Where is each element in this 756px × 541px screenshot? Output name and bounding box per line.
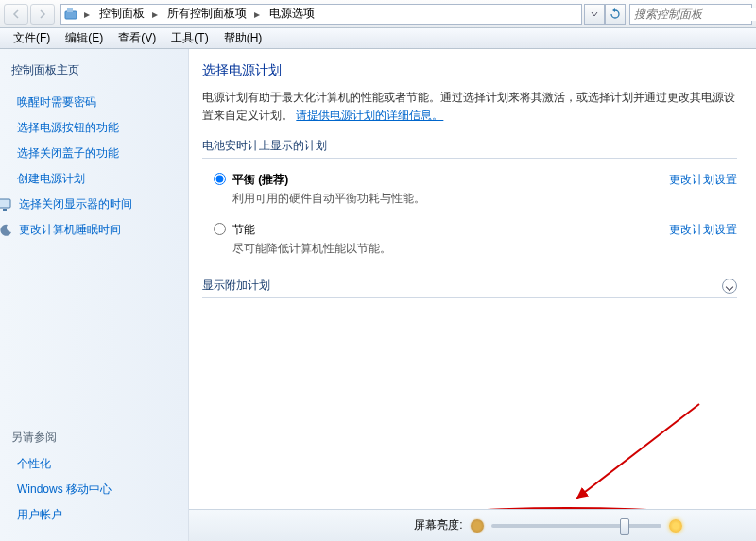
plan-description: 尽可能降低计算机性能以节能。 [232, 241, 669, 257]
breadcrumb-item[interactable]: 电源选项 [264, 5, 318, 24]
see-also-personalization[interactable]: 个性化 [11, 451, 177, 477]
see-also-heading: 另请参阅 [11, 430, 177, 446]
page-description: 电源计划有助于最大化计算机的性能或者节能。通过选择计划来将其激活，或选择计划并通… [202, 89, 737, 125]
sidebar-link-power-button[interactable]: 选择电源按钮的功能 [11, 115, 177, 141]
sidebar-link-sleep-time[interactable]: 更改计算机睡眠时间 [0, 217, 177, 243]
svg-rect-1 [67, 8, 73, 12]
slider-thumb[interactable] [620, 518, 629, 535]
power-plan-saver: 节能 尽可能降低计算机性能以节能。 更改计划设置 [202, 218, 737, 268]
sidebar-link-label: Windows 移动中心 [17, 482, 112, 498]
sidebar-link-label: 更改计算机睡眠时间 [19, 222, 121, 238]
sidebar-title[interactable]: 控制面板主页 [11, 62, 177, 78]
plan-name: 节能 [232, 222, 669, 238]
svg-rect-0 [65, 11, 77, 19]
breadcrumb-item[interactable]: 控制面板 [94, 5, 148, 24]
sidebar-link-label: 唤醒时需要密码 [17, 94, 96, 110]
sidebar-link-label: 用户帐户 [17, 507, 62, 523]
refresh-group [584, 4, 626, 25]
sidebar-link-create-plan[interactable]: 创建电源计划 [11, 166, 177, 192]
sidebar-link-label: 创建电源计划 [17, 171, 85, 187]
search-input[interactable] [634, 8, 756, 21]
sidebar-link-turn-off-display[interactable]: 选择关闭显示器的时间 [0, 192, 177, 217]
plan-group-heading: 电池安时计上显示的计划 [202, 138, 737, 159]
power-plan-balanced: 平衡 (推荐) 利用可用的硬件自动平衡功耗与性能。 更改计划设置 [202, 168, 737, 218]
plan-radio[interactable] [214, 223, 226, 235]
change-plan-settings-link[interactable]: 更改计划设置 [669, 222, 737, 238]
page-title: 选择电源计划 [202, 62, 737, 79]
location-icon [61, 5, 80, 24]
menu-bar: 文件(F) 编辑(E) 查看(V) 工具(T) 帮助(H) [0, 28, 756, 49]
chevron-right-icon[interactable]: ▸ [250, 8, 264, 21]
search-box[interactable] [629, 4, 752, 25]
plan-name: 平衡 (推荐) [232, 173, 288, 186]
sidebar: 控制面板主页 唤醒时需要密码 选择电源按钮的功能 选择关闭盖子的功能 创建电源计… [0, 49, 189, 541]
sun-dim-icon [471, 519, 484, 533]
additional-plans-heading[interactable]: 显示附加计划 [202, 278, 737, 298]
plan-description: 利用可用的硬件自动平衡功耗与性能。 [232, 191, 669, 207]
nav-buttons [4, 4, 55, 25]
refresh-button[interactable] [605, 4, 626, 25]
group-label: 电池安时计上显示的计划 [202, 138, 327, 154]
annotation-arrow [539, 399, 709, 513]
moon-icon [0, 223, 13, 238]
sidebar-link-label: 选择关闭盖子的功能 [17, 145, 119, 161]
sidebar-link-label: 选择电源按钮的功能 [17, 120, 119, 136]
breadcrumb: ▸ 控制面板 ▸ 所有控制面板项 ▸ 电源选项 [60, 4, 582, 25]
menu-help[interactable]: 帮助(H) [216, 28, 270, 48]
description-text: 电源计划有助于最大化计算机的性能或者节能。通过选择计划来将其激活，或选择计划并通… [202, 91, 735, 122]
chevron-down-icon[interactable] [722, 279, 737, 294]
see-also-user-accounts[interactable]: 用户帐户 [11, 502, 177, 528]
sidebar-link-require-password[interactable]: 唤醒时需要密码 [11, 90, 177, 115]
sun-bright-icon [669, 519, 682, 533]
back-button[interactable] [4, 4, 28, 25]
brightness-bar: 屏幕亮度: [189, 509, 756, 541]
sidebar-link-close-lid[interactable]: 选择关闭盖子的功能 [11, 141, 177, 166]
main-panel: 选择电源计划 电源计划有助于最大化计算机的性能或者节能。通过选择计划来将其激活，… [189, 49, 756, 541]
svg-rect-4 [0, 199, 10, 208]
plan-radio[interactable] [214, 173, 226, 185]
monitor-icon [0, 197, 13, 212]
chevron-right-icon[interactable]: ▸ [148, 8, 162, 21]
menu-view[interactable]: 查看(V) [111, 28, 163, 48]
sidebar-link-label: 选择关闭显示器的时间 [19, 196, 132, 212]
history-dropdown-button[interactable] [584, 4, 605, 25]
group-label: 显示附加计划 [202, 278, 270, 294]
sidebar-link-label: 个性化 [17, 456, 51, 472]
brightness-slider[interactable] [491, 524, 662, 528]
brightness-label: 屏幕亮度: [414, 517, 462, 533]
more-info-link[interactable]: 请提供电源计划的详细信息。 [296, 109, 443, 122]
chevron-right-icon[interactable]: ▸ [80, 8, 94, 21]
menu-edit[interactable]: 编辑(E) [58, 28, 111, 48]
change-plan-settings-link[interactable]: 更改计划设置 [669, 172, 737, 188]
menu-file[interactable]: 文件(F) [6, 28, 58, 48]
svg-rect-5 [3, 209, 7, 211]
forward-button[interactable] [30, 4, 55, 25]
see-also-mobility-center[interactable]: Windows 移动中心 [11, 477, 177, 502]
menu-tools[interactable]: 工具(T) [163, 28, 215, 48]
breadcrumb-item[interactable]: 所有控制面板项 [162, 5, 250, 24]
address-bar: ▸ 控制面板 ▸ 所有控制面板项 ▸ 电源选项 [0, 0, 756, 28]
